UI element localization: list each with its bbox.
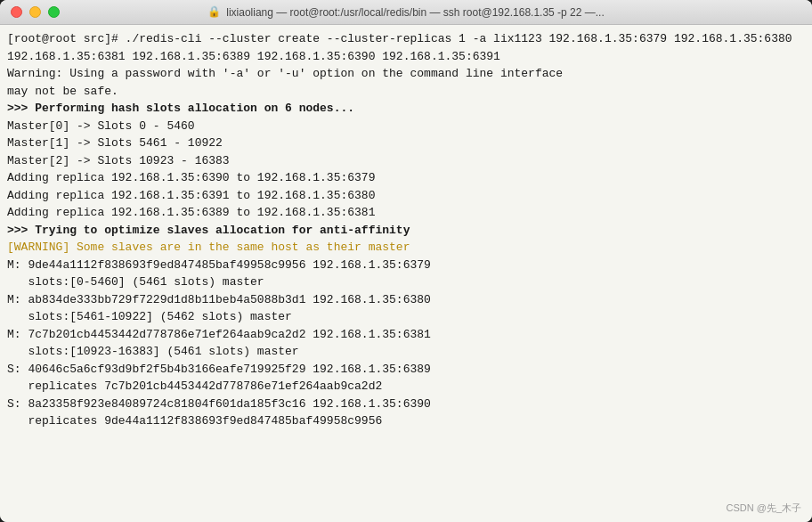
terminal-line: S: 40646c5a6cf93d9bf2f5b4b3166eafe719925…: [7, 361, 805, 379]
terminal-line: slots:[10923-16383] (5461 slots) master: [7, 343, 805, 361]
maximize-button[interactable]: [48, 6, 60, 18]
terminal-line: >>> Performing hash slots allocation on …: [7, 100, 805, 118]
terminal-line: S: 8a23358f923e84089724c81804f601da185f3…: [7, 396, 805, 413]
terminal-line: slots:[5461-10922] (5462 slots) master: [7, 308, 805, 326]
titlebar-title: lixiaoliang — root@root:/usr/local/redis…: [226, 6, 605, 19]
terminal-line: Warning: Using a password with '-a' or '…: [7, 65, 805, 83]
titlebar: 🔒 lixiaoliang — root@root:/usr/local/red…: [0, 0, 812, 25]
terminal-window: 🔒 lixiaoliang — root@root:/usr/local/red…: [0, 0, 812, 522]
terminal-line: slots:[0-5460] (5461 slots) master: [7, 273, 805, 291]
terminal-line: Master[0] -> Slots 0 - 5460: [7, 118, 805, 135]
terminal-line: replicates 7c7b201cb4453442d778786e71ef2…: [7, 378, 805, 396]
watermark: CSDN @先_木子: [726, 502, 801, 515]
terminal-line: M: 9de44a1112f838693f9ed847485baf49958c9…: [7, 257, 805, 274]
terminal-line: >>> Trying to optimize slaves allocation…: [7, 222, 805, 240]
titlebar-lock-icon: 🔒: [207, 5, 221, 19]
terminal-body[interactable]: [root@root src]# ./redis-cli --cluster c…: [0, 25, 812, 522]
terminal-content: [root@root src]# ./redis-cli --cluster c…: [7, 30, 805, 430]
minimize-button[interactable]: [29, 6, 41, 18]
terminal-line: [WARNING] Some slaves are in the same ho…: [7, 239, 805, 257]
traffic-lights: [11, 6, 60, 18]
close-button[interactable]: [11, 6, 22, 18]
terminal-line: Adding replica 192.168.1.35:6390 to 192.…: [7, 169, 805, 187]
terminal-line: [root@root src]# ./redis-cli --cluster c…: [7, 30, 805, 65]
terminal-line: Master[2] -> Slots 10923 - 16383: [7, 152, 805, 170]
titlebar-center: 🔒 lixiaoliang — root@root:/usr/local/red…: [207, 5, 605, 19]
terminal-line: M: ab834de333bb729f7229d1d8b11beb4a5088b…: [7, 291, 805, 309]
terminal-line: may not be safe.: [7, 83, 805, 101]
terminal-line: replicates 9de44a1112f838693f9ed847485ba…: [7, 412, 805, 430]
terminal-line: Master[1] -> Slots 5461 - 10922: [7, 135, 805, 152]
terminal-line: Adding replica 192.168.1.35:6389 to 192.…: [7, 204, 805, 222]
terminal-line: Adding replica 192.168.1.35:6391 to 192.…: [7, 187, 805, 205]
terminal-line: M: 7c7b201cb4453442d778786e71ef264aab9ca…: [7, 326, 805, 344]
